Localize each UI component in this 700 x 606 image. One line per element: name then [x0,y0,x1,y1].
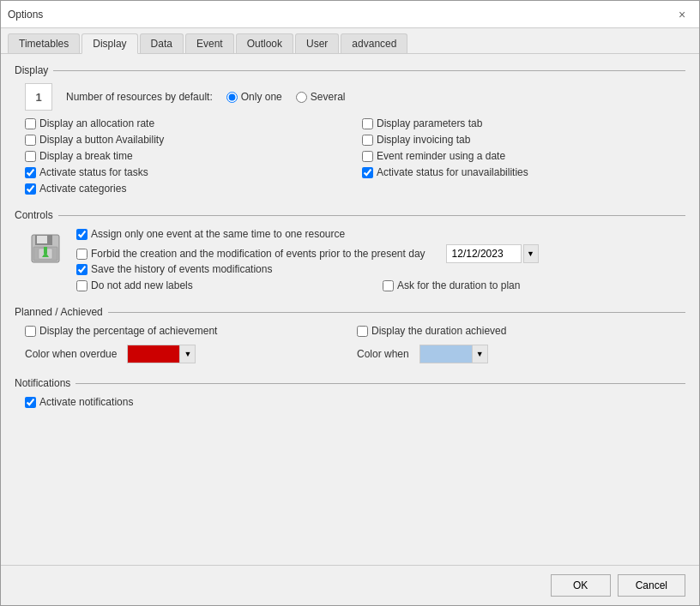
tab-event[interactable]: Event [185,33,234,53]
check-no-labels-label[interactable]: Do not add new labels [76,279,193,291]
check-btn-availability-label[interactable]: Display a button Availability [25,134,164,146]
cancel-button[interactable]: Cancel [618,574,685,597]
radio-several[interactable] [296,92,307,103]
tab-outlook[interactable]: Outlook [236,33,293,53]
planned-section-label: Planned / Achieved [15,306,108,318]
svg-rect-6 [44,247,47,254]
check-no-labels[interactable] [76,280,88,291]
date-field: ▼ [446,244,539,263]
check-invoicing-tab-label[interactable]: Display invoicing tab [362,134,470,146]
footer: OK Cancel [1,565,699,605]
color-overdue-row: Color when overdue ▼ [25,345,353,363]
date-input[interactable] [446,244,522,263]
check-activate-notif-row: Activate notifications [25,396,685,408]
check-duration-achieved[interactable] [357,326,368,337]
check-status-tasks-label[interactable]: Activate status for tasks [25,166,148,178]
notifications-section-body: Activate notifications [15,396,685,408]
check-status-tasks[interactable] [25,167,36,178]
check-params-tab-text: Display parameters tab [377,117,482,129]
tab-data[interactable]: Data [140,33,184,53]
notifications-section-line [75,383,685,384]
resources-label: Number of resources by default: [66,91,213,103]
ok-button[interactable]: OK [551,574,611,597]
check-status-tasks-row: Activate status for tasks [25,166,348,178]
controls-bottom-grid: Do not add new labels Ask for the durati… [76,279,685,296]
check-no-labels-text: Do not add new labels [91,279,193,291]
check-duration-achieved-text: Display the duration achieved [371,325,506,337]
check-btn-availability[interactable] [25,135,36,146]
check-status-unavail-label[interactable]: Activate status for unavailabilities [362,166,528,178]
check-categories-label[interactable]: Activate categories [25,183,126,195]
display-section-body: 1 Number of resources by default: Only o… [15,83,685,199]
check-invoicing-tab[interactable] [362,135,373,146]
color-pickers-grid: Color when overdue ▼ Color when ▼ [25,345,685,367]
tab-timetables[interactable]: Timetables [8,33,80,53]
check-save-history-label[interactable]: Save the history of events modifications [76,263,272,275]
check-assign-one[interactable] [76,229,88,240]
check-alloc-rate-label[interactable]: Display an allocation rate [25,117,154,129]
check-reminder-date-text: Event reminder using a date [377,150,505,162]
controls-section-header: Controls [15,209,685,221]
tab-user[interactable]: User [295,33,339,53]
close-button[interactable]: × [672,4,692,25]
tab-advanced[interactable]: advanced [341,33,407,53]
check-ask-duration-text: Ask for the duration to plan [397,279,520,291]
check-invoicing-tab-row: Display invoicing tab [362,134,685,146]
check-break-time[interactable] [25,151,36,162]
check-reminder-date[interactable] [362,151,373,162]
check-status-unavail[interactable] [362,167,373,178]
check-break-time-label[interactable]: Display a break time [25,150,133,162]
radio-only-one-label[interactable]: Only one [226,91,282,103]
check-forbid-row: Forbid the creation and the modification… [76,244,685,263]
controls-checks: Assign only one event at the same time t… [76,228,685,296]
check-pct[interactable] [25,326,36,337]
check-ask-duration[interactable] [383,280,394,291]
check-categories[interactable] [25,183,36,195]
check-save-history[interactable] [76,264,88,275]
options-dialog: Options × Timetables Display Data Event … [0,0,700,606]
display-section-header: Display [15,64,685,76]
check-forbid[interactable] [76,249,88,260]
check-assign-one-label[interactable]: Assign only one event at the same time t… [76,228,345,240]
notifications-section: Notifications Activate notifications [15,377,685,408]
radio-only-one[interactable] [226,92,238,103]
check-status-unavail-text: Activate status for unavailabilities [377,166,528,178]
display-checks-left: Display an allocation rate Display a but… [25,117,348,199]
check-alloc-rate-row: Display an allocation rate [25,117,348,129]
planned-section-line [108,312,685,313]
color-when-row: Color when ▼ [357,345,685,363]
check-duration-achieved-label[interactable]: Display the duration achieved [357,325,506,337]
tab-display[interactable]: Display [81,33,137,54]
check-activate-notif-label[interactable]: Activate notifications [25,396,133,408]
check-no-labels-row: Do not add new labels [76,279,379,291]
resource-icon-box: 1 [25,83,52,111]
check-assign-one-row: Assign only one event at the same time t… [76,228,685,240]
color-overdue-picker[interactable]: ▼ [127,345,196,363]
color-when-label: Color when [357,348,409,360]
tabs-bar: Timetables Display Data Event Outlook Us… [1,28,699,54]
color-overdue-label: Color when overdue [25,348,117,360]
controls-section-line [58,215,685,216]
check-forbid-text: Forbid the creation and the modification… [91,248,425,260]
color-overdue-arrow[interactable]: ▼ [179,345,195,363]
check-params-tab[interactable] [362,118,373,129]
radio-several-label[interactable]: Several [296,91,346,103]
check-activate-notif[interactable] [25,397,36,408]
display-section-line [53,70,685,71]
color-when-arrow[interactable]: ▼ [472,345,487,363]
notifications-section-label: Notifications [15,377,75,389]
controls-section: Controls [15,209,685,296]
display-section-label: Display [15,64,53,76]
check-alloc-rate[interactable] [25,118,36,129]
check-break-time-text: Display a break time [39,150,133,162]
color-when-picker[interactable]: ▼ [419,345,488,363]
date-dropdown-arrow[interactable]: ▼ [523,244,539,263]
color-when-swatch [420,345,472,363]
check-forbid-label[interactable]: Forbid the creation and the modification… [76,248,425,260]
color-overdue-swatch [128,345,179,363]
check-pct-label[interactable]: Display the percentage of achievement [25,325,217,337]
check-params-tab-label[interactable]: Display parameters tab [362,117,482,129]
check-reminder-date-label[interactable]: Event reminder using a date [362,150,505,162]
check-ask-duration-label[interactable]: Ask for the duration to plan [383,279,520,291]
disk-icon-container [25,228,66,269]
